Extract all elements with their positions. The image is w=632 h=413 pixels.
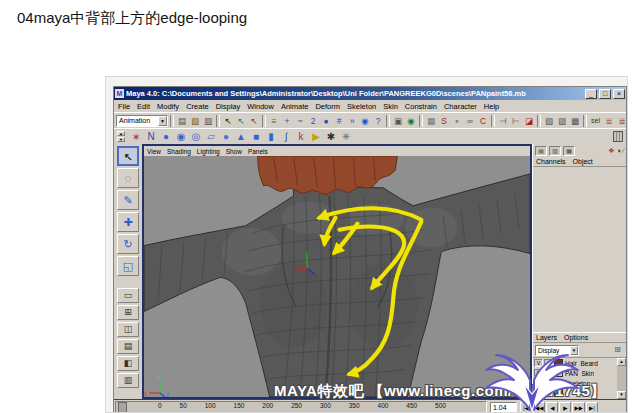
lock-icon[interactable]: ▣ — [392, 115, 404, 127]
channel-box-menu-item[interactable]: Channels — [536, 158, 566, 165]
channel-box-area[interactable] — [533, 167, 626, 333]
shelf-sphere-icon[interactable]: ● — [159, 130, 173, 144]
open-scene-icon[interactable]: ▧ — [189, 115, 201, 127]
maximize-button[interactable]: □ — [599, 89, 611, 99]
menu-item[interactable]: Help — [484, 102, 499, 111]
input-connections-icon[interactable]: ⊣ — [497, 115, 509, 127]
menu-item[interactable]: Window — [247, 102, 274, 111]
viewport-menu-item[interactable]: Panels — [248, 148, 268, 155]
single-pane-layout-button[interactable]: ▭ — [117, 288, 139, 303]
layer-editor-menu-item[interactable]: Layers — [536, 334, 557, 341]
shelf-pointer-icon[interactable]: ▶ — [309, 130, 323, 144]
menu-item[interactable]: Skin — [383, 102, 398, 111]
close-button[interactable]: × — [613, 89, 625, 99]
highlight-mode-icon[interactable]: ≡ — [268, 115, 280, 127]
channel-box-menu-item[interactable]: Object — [573, 158, 593, 165]
layer-editor-menu-item[interactable]: Options — [564, 334, 588, 341]
menu-item[interactable]: Edit — [137, 102, 150, 111]
chain-icon[interactable]: ∞ — [464, 115, 476, 127]
menu-item[interactable]: Deform — [315, 102, 340, 111]
quick-select-2-icon[interactable]: ≣ — [616, 115, 628, 127]
shelf-tab-up-icon[interactable]: ▲ — [117, 131, 125, 136]
shelf-tab-down-icon[interactable]: ▼ — [117, 137, 125, 142]
paint-select-tool[interactable]: ✎ — [117, 190, 139, 210]
viewport-menu-item[interactable]: Show — [226, 148, 242, 155]
render-settings-icon[interactable]: ▩ — [569, 115, 581, 127]
shelf-tab-selector[interactable]: ▲▼ — [117, 131, 125, 142]
shelf-paint-icon[interactable]: ✱ — [324, 130, 338, 144]
rotate-tool[interactable]: ↻ — [117, 234, 139, 254]
make-live-icon[interactable]: » — [346, 115, 358, 127]
three-pane-layout-button[interactable]: ▤ — [117, 339, 139, 354]
render-icon[interactable]: ▧ — [543, 115, 555, 127]
snap-center-icon[interactable]: ◉ — [359, 115, 371, 127]
ipr-render-icon[interactable]: ▨ — [556, 115, 568, 127]
show-both-icon[interactable]: ▦ — [563, 146, 575, 156]
ipr-toggle-icon[interactable]: ◉ — [405, 115, 417, 127]
select-object-icon[interactable]: ↖ — [235, 115, 247, 127]
shelf-cv-curve-icon[interactable]: ∗ — [129, 130, 143, 144]
shelf-cone-icon[interactable]: ▲ — [234, 130, 248, 144]
current-frame-marker[interactable] — [118, 402, 127, 413]
help-mode-icon[interactable]: ? — [372, 115, 384, 127]
menu-item[interactable]: Skeleton — [347, 102, 376, 111]
shelf-curve-blue-icon[interactable]: ∫ — [279, 130, 293, 144]
snap-point-icon[interactable]: 2 — [307, 115, 319, 127]
show-channel-box-icon[interactable]: ▤ — [535, 146, 547, 156]
history-toggle-icon[interactable]: ◪ — [523, 115, 535, 127]
snap-view-icon[interactable]: # — [333, 115, 345, 127]
scroll-down-icon[interactable]: ▼ — [617, 391, 626, 399]
snap-grid-icon[interactable]: + — [281, 115, 293, 127]
shelf-cube-icon[interactable]: ■ — [249, 130, 263, 144]
magnet-icon[interactable]: C — [477, 115, 489, 127]
shelf-sphere2-icon[interactable]: ◉ — [174, 130, 188, 144]
menu-item[interactable]: Modify — [157, 102, 179, 111]
shelf-circle-icon[interactable]: ◎ — [189, 130, 203, 144]
dot-history-icon[interactable]: ∘ — [451, 115, 463, 127]
trash-icon[interactable] — [613, 131, 623, 142]
contrast-icon[interactable]: ◑ — [617, 146, 621, 156]
menu-set-selector[interactable]: Animation ▼ — [116, 115, 168, 127]
quick-select-1-icon[interactable]: ≣ — [603, 115, 615, 127]
viewport-canvas[interactable]: Y x z — [144, 156, 530, 397]
minimize-button[interactable]: _ — [585, 89, 597, 99]
output-connections-icon[interactable]: ⊢ — [510, 115, 522, 127]
shelf-fx-icon[interactable]: ✳ — [339, 130, 353, 144]
snap-plane-icon[interactable]: ● — [320, 115, 332, 127]
lasso-tool[interactable]: ◌ — [117, 168, 139, 188]
menu-item[interactable]: Character — [444, 102, 477, 111]
persp-outliner-layout-button[interactable]: ◧ — [117, 356, 139, 371]
move-tool[interactable]: ✚ — [117, 212, 139, 232]
new-layer-icon[interactable]: ⊞ — [611, 345, 624, 356]
color-feedback-icon[interactable]: ❖ — [608, 146, 614, 156]
save-scene-icon[interactable]: ▥ — [202, 115, 214, 127]
two-pane-layout-button[interactable]: ◫ — [117, 322, 139, 337]
shelf-cylinder-icon[interactable]: ▮ — [264, 130, 278, 144]
hypergraph-layout-button[interactable]: ▥ — [117, 373, 139, 388]
shelf-plane-icon[interactable]: ▱ — [204, 130, 218, 144]
go-to-end-button[interactable]: ▶| — [586, 402, 598, 413]
viewport-menu-item[interactable]: Lighting — [197, 148, 220, 155]
select-component-icon[interactable]: ↖ — [248, 115, 260, 127]
shelf-nurbs-icon[interactable]: N — [144, 130, 158, 144]
shelf-curve-red-icon[interactable]: k — [294, 130, 308, 144]
menu-item[interactable]: Animate — [281, 102, 309, 111]
layer-scrollbar[interactable]: ▲ ▼ — [617, 358, 626, 399]
menu-item[interactable]: File — [118, 102, 130, 111]
menu-item[interactable]: Display — [216, 102, 241, 111]
construction-history-icon[interactable]: S — [438, 115, 450, 127]
scale-tool[interactable]: ◱ — [117, 256, 139, 276]
menu-item[interactable]: Create — [186, 102, 209, 111]
snap-curve-icon[interactable]: ~ — [294, 115, 306, 127]
scroll-up-icon[interactable]: ▲ — [617, 358, 626, 366]
new-scene-icon[interactable]: ▤ — [176, 115, 188, 127]
time-slider-track[interactable]: 050100150200250300350400450500 — [115, 401, 487, 413]
menu-item[interactable]: Constrain — [405, 102, 437, 111]
four-pane-layout-button[interactable]: ⊞ — [117, 305, 139, 320]
show-layer-editor-icon[interactable]: ▥ — [549, 146, 561, 156]
slash-icon[interactable]: ∕ — [623, 146, 624, 156]
select-hierarchy-icon[interactable]: ↖ — [222, 115, 234, 127]
history-grid-icon[interactable]: ▦ — [425, 115, 437, 127]
viewport-menu-item[interactable]: View — [147, 148, 161, 155]
perspective-viewport[interactable]: ViewShadingLightingShowPanels — [142, 144, 532, 399]
